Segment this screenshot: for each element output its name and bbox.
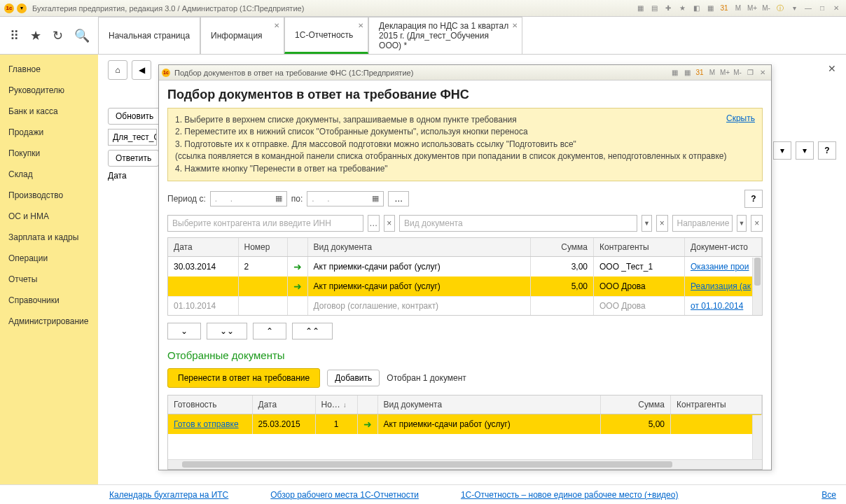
dlg-icon-1[interactable]: ▦: [669, 67, 680, 78]
star-icon[interactable]: ★: [30, 28, 41, 43]
col-sum[interactable]: Сумма: [601, 396, 671, 414]
mem-mm[interactable]: M-: [761, 3, 772, 14]
tb-icon-1[interactable]: ▦: [634, 3, 646, 14]
direction-filter[interactable]: Направление: [672, 215, 733, 232]
col-doctype[interactable]: Вид документа: [377, 396, 601, 414]
tab-vat-declaration[interactable]: Декларация по НДС за 1 квартал 2015 г. (…: [368, 17, 522, 54]
nav-main[interactable]: Главное: [0, 59, 98, 80]
help-button[interactable]: ?: [818, 141, 836, 160]
nav-operations[interactable]: Операции: [0, 248, 98, 269]
period-select-button[interactable]: …: [388, 191, 409, 206]
calc-icon[interactable]: ▦: [705, 3, 716, 14]
col-number[interactable]: Номер: [238, 238, 287, 257]
col-readiness[interactable]: Готовность: [168, 396, 252, 414]
nav-assets[interactable]: ОС и НМА: [0, 206, 98, 227]
search-icon[interactable]: 🔍: [74, 28, 90, 43]
calendar-icon[interactable]: 31: [719, 3, 730, 14]
more-button[interactable]: ▾: [773, 141, 791, 160]
footer-link-workplace[interactable]: 1С-Отчетность – новое единое рабочее мес…: [461, 490, 679, 500]
tb-icon-3[interactable]: ✚: [663, 3, 674, 14]
vertical-scrollbar[interactable]: [752, 415, 762, 459]
nav-sales[interactable]: Продажи: [0, 122, 98, 143]
col-date[interactable]: Дата: [168, 238, 238, 257]
horizontal-scrollbar[interactable]: [168, 459, 762, 469]
tab-close-icon[interactable]: ✕: [274, 22, 279, 29]
nav-bank[interactable]: Банк и касса: [0, 101, 98, 122]
add-button[interactable]: Добавить: [327, 370, 380, 386]
nav-production[interactable]: Производство: [0, 185, 98, 206]
nav-admin[interactable]: Администрирование: [0, 311, 98, 332]
direction-clear[interactable]: ×: [751, 215, 763, 232]
nav-manager[interactable]: Руководителю: [0, 80, 98, 101]
close-icon[interactable]: ✕: [831, 3, 842, 14]
dlg-calendar-icon[interactable]: 31: [694, 67, 705, 78]
period-to-input[interactable]: . . ▦: [307, 191, 384, 206]
tab-info[interactable]: Информация✕: [200, 17, 284, 54]
col-doctype[interactable]: Вид документа: [307, 238, 531, 257]
tab-1c-reporting[interactable]: 1С-Отчетность✕: [284, 17, 368, 54]
tb-icon-5[interactable]: ◧: [691, 3, 702, 14]
info-icon[interactable]: ⓘ: [775, 3, 786, 14]
dlg-mem-mp[interactable]: M+: [719, 67, 730, 78]
nav-purchases[interactable]: Покупки: [0, 143, 98, 164]
dlg-close-icon[interactable]: ✕: [757, 67, 768, 78]
counterparty-pick[interactable]: …: [368, 215, 380, 232]
doctype-filter[interactable]: Вид документа: [399, 215, 637, 232]
vertical-scrollbar[interactable]: [752, 258, 762, 315]
expand-button[interactable]: ▾: [796, 141, 814, 160]
favorite-icon[interactable]: ★: [677, 3, 688, 14]
calendar-icon[interactable]: ▦: [372, 194, 379, 203]
move-down-all-button[interactable]: ⌄⌄: [207, 323, 247, 340]
nav-payroll[interactable]: Зарплата и кадры: [0, 227, 98, 248]
period-from-input[interactable]: . . ▦: [210, 191, 287, 206]
nav-stock[interactable]: Склад: [0, 164, 98, 185]
table-row[interactable]: 30.03.2014 2 ➜ Акт приемки-сдачи работ (…: [168, 256, 762, 276]
tab-close-icon[interactable]: ✕: [358, 22, 363, 29]
back-button[interactable]: ⌂: [108, 60, 127, 80]
move-up-all-button[interactable]: ⌃⌃: [292, 323, 333, 340]
footer-link-all[interactable]: Все: [821, 490, 836, 500]
calendar-icon[interactable]: ▦: [275, 194, 282, 203]
page-close-icon[interactable]: ✕: [828, 63, 836, 74]
apps-icon[interactable]: ⠿: [10, 28, 19, 43]
footer-link-overview[interactable]: Обзор рабочего места 1С-Отчетности: [270, 490, 419, 500]
col-date[interactable]: Дата: [252, 396, 315, 414]
table-row[interactable]: 01.10.2014 Договор (соглашение, контракт…: [168, 296, 762, 315]
reply-button[interactable]: Ответить: [108, 150, 159, 167]
tab-home[interactable]: Начальная страница: [98, 17, 200, 54]
dlg-mem-mm[interactable]: M-: [732, 67, 743, 78]
mem-m[interactable]: M: [733, 3, 744, 14]
col-counterparty[interactable]: Контрагенты: [594, 238, 685, 257]
footer-link-calendar[interactable]: Календарь бухгалтера на ИТС: [109, 490, 228, 500]
col-number[interactable]: Но…↓: [315, 396, 357, 414]
readiness-link[interactable]: Готов к отправке: [174, 419, 239, 429]
table-row-selected[interactable]: Готов к отправке 25.03.2015 1 ➜ Акт прие…: [168, 414, 762, 434]
dlg-calc-icon[interactable]: ▦: [681, 67, 693, 78]
nav-directories[interactable]: Справочники: [0, 290, 98, 311]
app-menu-icon[interactable]: ▾: [17, 4, 27, 13]
refresh-button[interactable]: Обновить: [108, 108, 161, 125]
doctype-drop[interactable]: ▼: [642, 215, 652, 232]
dlg-mem-m[interactable]: M: [707, 67, 718, 78]
nav-prev-button[interactable]: ◀: [132, 60, 151, 80]
doctype-clear[interactable]: ×: [656, 215, 668, 232]
move-down-button[interactable]: ⌄: [167, 323, 201, 340]
source-link[interactable]: Реализация (ак: [691, 281, 751, 291]
tb-icon-2[interactable]: ▤: [649, 3, 660, 14]
table-row-selected[interactable]: ➜ Акт приемки-сдачи работ (услуг) 5,00 О…: [168, 276, 762, 297]
counterparty-filter[interactable]: Выберите контрагента или введите ИНН: [167, 215, 363, 232]
maximize-icon[interactable]: □: [817, 3, 828, 14]
org-field[interactable]: Для_тест_О: [108, 129, 157, 146]
dlg-restore-icon[interactable]: ❐: [744, 67, 756, 78]
source-link[interactable]: от 01.10.2014: [691, 301, 743, 311]
mem-mp[interactable]: M+: [747, 3, 758, 14]
col-sum[interactable]: Сумма: [531, 238, 594, 257]
col-source[interactable]: Документ-исто: [685, 238, 762, 257]
minimize-icon[interactable]: —: [803, 3, 814, 14]
source-link[interactable]: Оказание прои: [691, 262, 749, 272]
help-button[interactable]: ?: [744, 190, 763, 208]
transfer-button[interactable]: Перенести в ответ на требование: [167, 368, 320, 388]
col-counterparty[interactable]: Контрагенты: [671, 396, 762, 414]
counterparty-clear[interactable]: ×: [384, 215, 396, 232]
move-up-button[interactable]: ⌃: [253, 323, 286, 340]
